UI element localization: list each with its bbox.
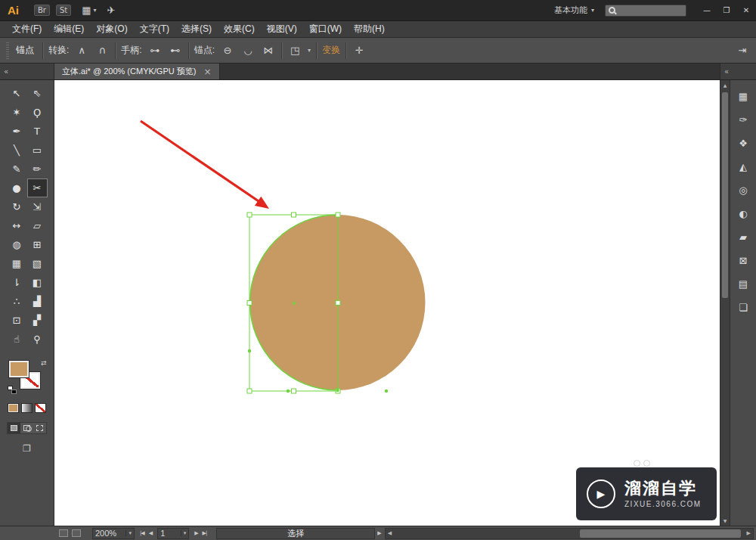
menu-item[interactable]: 效果(C) bbox=[218, 21, 261, 37]
symbol-sprayer-tool[interactable]: ∴ bbox=[7, 292, 27, 311]
none-button[interactable] bbox=[35, 403, 46, 413]
horizontal-scrollbar-track[interactable] bbox=[394, 529, 745, 538]
line-segment-tool[interactable]: ╲ bbox=[7, 141, 27, 160]
anchor-point[interactable] bbox=[336, 389, 339, 392]
type-tool[interactable]: T bbox=[27, 122, 48, 141]
vertical-scrollbar-thumb[interactable] bbox=[722, 92, 728, 298]
convert-to-smooth-icon[interactable]: ∩ bbox=[94, 43, 110, 58]
convert-to-corner-icon[interactable]: ∧ bbox=[74, 43, 89, 58]
selection-handle[interactable] bbox=[292, 213, 296, 217]
rotate-tool[interactable]: ↻ bbox=[7, 197, 27, 216]
artboard-number-select[interactable]: 1 ▾ bbox=[157, 528, 189, 539]
scroll-right-icon[interactable]: ▶ bbox=[745, 530, 753, 536]
horizontal-scrollbar[interactable]: ◀ ▶ bbox=[385, 528, 754, 539]
hide-handles-icon[interactable]: ⊷ bbox=[168, 43, 183, 58]
workspace-switcher[interactable]: 基本功能 ▾ bbox=[554, 5, 594, 16]
menu-item[interactable]: 编辑(E) bbox=[48, 21, 90, 37]
canvas[interactable]: ▶ 溜溜自学 ZIXUE.3066.COM bbox=[54, 80, 720, 526]
appearance-panel-button[interactable]: ◎ bbox=[734, 182, 752, 198]
anchor-point[interactable] bbox=[287, 389, 290, 393]
menu-item[interactable]: 文字(T) bbox=[134, 21, 175, 37]
links-panel-button[interactable]: ⊠ bbox=[734, 252, 752, 268]
remove-anchor-icon[interactable]: ⊖ bbox=[220, 43, 235, 58]
scale-tool[interactable]: ⇲ bbox=[27, 197, 48, 216]
arrange-documents-button[interactable]: ▦ ▾ bbox=[82, 5, 96, 16]
status-bar-mini-icon[interactable] bbox=[59, 529, 68, 537]
magic-wand-tool[interactable]: ✶ bbox=[7, 103, 27, 122]
symbols-panel-button[interactable]: ❖ bbox=[734, 135, 752, 151]
reference-point-icon[interactable]: ✛ bbox=[352, 43, 367, 58]
selection-handle[interactable] bbox=[247, 389, 252, 393]
width-tool[interactable]: ↔ bbox=[7, 216, 27, 235]
isolate-selected-object-icon[interactable]: ◳ bbox=[287, 43, 302, 58]
screen-mode-button[interactable]: ❐ bbox=[23, 443, 31, 454]
swap-fill-stroke-icon[interactable]: ⇄ bbox=[41, 359, 47, 367]
close-button[interactable]: ✕ bbox=[736, 0, 756, 20]
scissors-tool[interactable]: ✂ bbox=[27, 178, 48, 197]
hand-tool[interactable]: ☝ bbox=[7, 330, 27, 349]
menu-item[interactable]: 窗口(W) bbox=[303, 21, 348, 37]
menu-item[interactable]: 视图(V) bbox=[261, 21, 303, 37]
draw-normal-button[interactable] bbox=[8, 423, 20, 433]
transparency-panel-button[interactable]: ◐ bbox=[734, 205, 752, 222]
gradient-button[interactable] bbox=[21, 403, 33, 413]
direct-selection-tool[interactable]: ⇖ bbox=[27, 84, 48, 103]
fill-swatch[interactable] bbox=[9, 361, 29, 377]
bridge-button[interactable]: Br bbox=[34, 5, 50, 16]
vertical-scrollbar[interactable]: ▲ ▼ bbox=[720, 80, 730, 526]
cut-path-icon[interactable]: ⋈ bbox=[261, 43, 276, 58]
eyedropper-tool[interactable]: ⇂ bbox=[7, 273, 27, 292]
scroll-up-icon[interactable]: ▲ bbox=[720, 80, 730, 90]
anchor-point[interactable] bbox=[385, 389, 388, 393]
selection-handle[interactable] bbox=[247, 301, 252, 306]
first-artboard-button[interactable]: |◀ bbox=[138, 530, 147, 536]
close-icon[interactable]: × bbox=[203, 67, 211, 77]
pen-tool[interactable]: ✒ bbox=[7, 122, 27, 141]
draw-inside-button[interactable] bbox=[33, 423, 46, 433]
document-tab[interactable]: 立体.ai* @ 200% (CMYK/GPU 预览) × bbox=[54, 64, 220, 79]
draw-behind-button[interactable] bbox=[20, 423, 33, 433]
zoom-level-select[interactable]: 200% ▾ bbox=[92, 528, 135, 539]
scroll-left-icon[interactable]: ◀ bbox=[386, 530, 394, 536]
color-guide-panel-button[interactable]: ◭ bbox=[734, 158, 752, 175]
blob-brush-tool[interactable]: ● bbox=[7, 178, 27, 197]
scroll-down-icon[interactable]: ▼ bbox=[720, 516, 730, 526]
selection-handle[interactable] bbox=[292, 389, 296, 393]
minimize-button[interactable]: — bbox=[697, 0, 717, 20]
menu-item[interactable]: 文件(F) bbox=[6, 21, 48, 37]
horizontal-scrollbar-thumb[interactable] bbox=[580, 529, 741, 538]
collapse-tools-panel-icon[interactable]: « bbox=[0, 64, 54, 79]
search-box[interactable] bbox=[605, 5, 686, 17]
selection-handle[interactable] bbox=[336, 213, 340, 217]
brushes-panel-button[interactable]: ✑ bbox=[734, 111, 752, 128]
rectangle-tool[interactable]: ▭ bbox=[27, 141, 48, 160]
status-bar-mini-icon-2[interactable] bbox=[72, 529, 81, 537]
status-menu-button[interactable]: ▶ bbox=[375, 530, 383, 536]
connect-endpoints-icon[interactable]: ◡ bbox=[240, 43, 256, 58]
default-fill-stroke-icon[interactable] bbox=[8, 386, 17, 394]
selection-tool[interactable]: ↖ bbox=[7, 84, 27, 103]
layers-panel-button[interactable]: ▤ bbox=[734, 275, 752, 292]
menu-item[interactable]: 对象(O) bbox=[90, 21, 133, 37]
lasso-tool[interactable]: Ϙ bbox=[27, 103, 48, 122]
slice-tool[interactable]: ▞ bbox=[27, 311, 48, 330]
restore-button[interactable]: ❐ bbox=[717, 0, 736, 20]
gradient-tool[interactable]: ▧ bbox=[27, 254, 48, 273]
collapse-right-panels-icon[interactable]: « bbox=[720, 64, 756, 79]
graphic-styles-panel-button[interactable]: ▰ bbox=[734, 228, 752, 245]
collapse-control-panel-icon[interactable]: ⇥ bbox=[735, 43, 750, 58]
stock-button[interactable]: St bbox=[56, 5, 71, 16]
perspective-grid-tool[interactable]: ⊞ bbox=[27, 235, 48, 254]
artboards-panel-button[interactable]: ❏ bbox=[734, 299, 752, 315]
artboard-tool[interactable]: ⊡ bbox=[7, 311, 27, 330]
share-button[interactable]: ✈ bbox=[107, 5, 116, 16]
selection-handle[interactable] bbox=[336, 301, 340, 306]
anchor-point[interactable] bbox=[248, 349, 251, 352]
transform-panel-link[interactable]: 变换 bbox=[322, 44, 340, 57]
last-artboard-button[interactable]: ▶| bbox=[200, 530, 209, 536]
menu-item[interactable]: 选择(S) bbox=[175, 21, 218, 37]
show-handles-icon[interactable]: ⊶ bbox=[147, 43, 163, 58]
selection-handle[interactable] bbox=[247, 213, 252, 217]
blend-tool[interactable]: ◧ bbox=[27, 273, 48, 292]
column-graph-tool[interactable]: ▟ bbox=[27, 292, 48, 311]
